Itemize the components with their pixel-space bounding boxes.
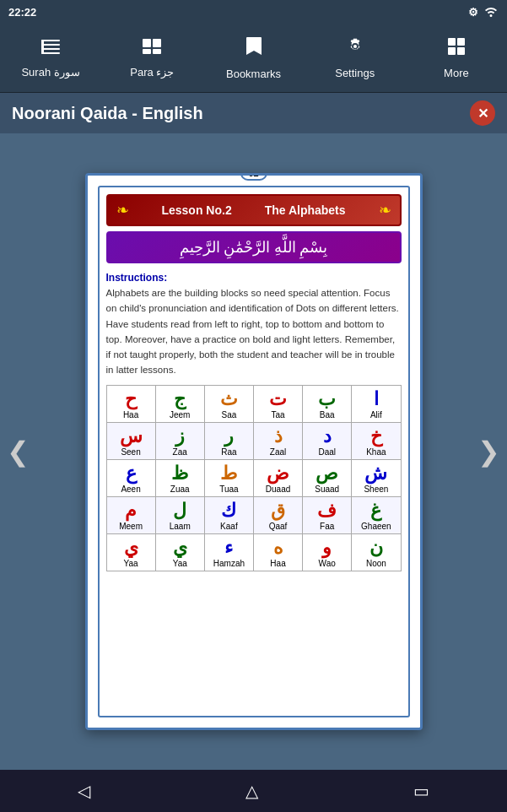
svg-rect-6 [153, 39, 161, 47]
alphabet-cell: ذZaal [253, 422, 302, 459]
svg-rect-8 [153, 49, 161, 54]
lesson-title: The Alphabets [265, 203, 346, 217]
time-display: 22:22 [8, 6, 36, 19]
lesson-number: Lesson No.2 [161, 203, 231, 217]
next-page-arrow[interactable]: ❯ [477, 436, 500, 468]
alphabet-cell: طTuaa [204, 459, 253, 496]
prev-page-arrow[interactable]: ❮ [7, 436, 30, 468]
alphabet-cell: جJeem [155, 385, 204, 422]
alphabet-cell: مMeem [106, 496, 155, 533]
latin-label: Raa [207, 447, 251, 457]
alphabet-cell: ثSaa [204, 385, 253, 422]
content-area: ❮ 02 Lesson No.2 The Alphabets بِسْمِ ال… [0, 133, 507, 770]
arabic-character: ز [158, 425, 202, 447]
latin-label: Noon [353, 559, 398, 568]
latin-label: Ghaeen [353, 522, 398, 531]
latin-label: Aeen [109, 484, 154, 494]
alphabet-cell: اAlif [352, 385, 401, 422]
arabic-character: ذ [256, 425, 300, 447]
latin-label: Saa [207, 410, 251, 420]
alphabet-cell: حHaa [106, 385, 155, 422]
arabic-character: ي [109, 537, 154, 559]
settings-status-icon: ⚙ [468, 6, 478, 19]
arabic-character: ش [353, 463, 398, 484]
latin-label: Haa [109, 410, 154, 420]
alphabet-cell: ضDuaad [253, 459, 302, 496]
back-button[interactable]: ◁ [78, 781, 90, 801]
arabic-character: ث [207, 388, 251, 410]
arabic-character: ج [158, 388, 202, 410]
svg-rect-10 [457, 38, 465, 46]
bookmarks-label: Bookmarks [226, 68, 281, 80]
latin-label: Tuaa [207, 484, 251, 494]
book-page: 02 Lesson No.2 The Alphabets بِسْمِ اللَ… [85, 173, 423, 730]
svg-rect-2 [41, 48, 60, 50]
latin-label: Suaad [305, 484, 349, 494]
svg-rect-7 [143, 49, 151, 54]
latin-label: Duaad [256, 484, 300, 494]
alphabet-cell: تTaa [253, 385, 302, 422]
arabic-character: ط [207, 463, 251, 484]
arabic-character: ا [353, 388, 398, 410]
latin-label: Faa [305, 522, 349, 531]
alphabet-cell: شSheen [352, 459, 401, 496]
arabic-character: م [109, 500, 154, 522]
alphabet-cell: دDaal [303, 422, 352, 459]
arabic-character: ظ [158, 463, 202, 484]
latin-label: Wao [305, 559, 349, 568]
bookmark-icon [245, 35, 263, 62]
navigation-bar: Surah سورة Para جزء Bookmarks Settings [0, 24, 507, 93]
svg-rect-1 [41, 44, 60, 46]
latin-label: Zuaa [158, 484, 202, 494]
arabic-character: ت [256, 388, 300, 410]
close-button[interactable]: ✕ [470, 100, 495, 126]
arabic-character: و [305, 537, 349, 559]
arabic-character: ض [256, 463, 300, 484]
alphabet-cell: خKhaa [352, 422, 401, 459]
svg-rect-12 [457, 47, 465, 55]
surah-icon [40, 37, 62, 61]
latin-label: Sheen [353, 484, 398, 494]
surah-nav-item[interactable]: Surah سورة [0, 37, 101, 78]
alphabet-cell: هHaa [253, 533, 302, 571]
latin-label: Yaa [158, 559, 202, 568]
alphabet-cell: صSuaad [303, 459, 352, 496]
alphabet-cell: يYaa [106, 533, 155, 571]
arabic-character: ن [353, 537, 398, 559]
more-nav-item[interactable]: More [406, 36, 507, 79]
latin-label: Seen [109, 447, 154, 457]
arabic-character: س [109, 425, 154, 447]
arabic-character: ق [256, 500, 300, 522]
page-number: 02 [240, 173, 267, 181]
svg-rect-0 [41, 40, 60, 41]
latin-label: Khaa [353, 447, 398, 457]
page-title: Noorani Qaida - English [12, 104, 203, 123]
latin-label: Kaaf [207, 522, 251, 531]
instructions-section: Instructions: Alphabets are the building… [106, 270, 402, 378]
latin-label: Haa [256, 559, 300, 568]
arabic-character: ص [305, 463, 349, 484]
latin-label: Zaa [158, 447, 202, 457]
latin-label: Daal [305, 447, 349, 457]
latin-label: Zaal [256, 447, 300, 457]
svg-rect-3 [41, 52, 60, 54]
latin-label: Yaa [109, 559, 154, 568]
arabic-character: ف [305, 500, 349, 522]
bottom-nav-bar: ◁ △ ▭ [0, 770, 507, 812]
alphabet-cell: بBaa [303, 385, 352, 422]
arabic-character: ب [305, 388, 349, 410]
bookmarks-nav-item[interactable]: Bookmarks [202, 35, 304, 80]
status-bar: 22:22 ⚙ [0, 0, 507, 24]
arabic-character: خ [353, 425, 398, 447]
para-nav-item[interactable]: Para جزء [101, 37, 202, 78]
arabic-character: ح [109, 388, 154, 410]
recents-button[interactable]: ▭ [413, 781, 429, 801]
arabic-character: د [305, 425, 349, 447]
arabic-character: ع [109, 463, 154, 484]
alphabet-cell: زZaa [155, 422, 204, 459]
arabic-character: ه [256, 537, 300, 559]
alphabet-cell: يYaa [155, 533, 204, 571]
settings-nav-item[interactable]: Settings [305, 36, 406, 79]
wifi-icon [483, 5, 499, 19]
home-button[interactable]: △ [245, 781, 258, 801]
